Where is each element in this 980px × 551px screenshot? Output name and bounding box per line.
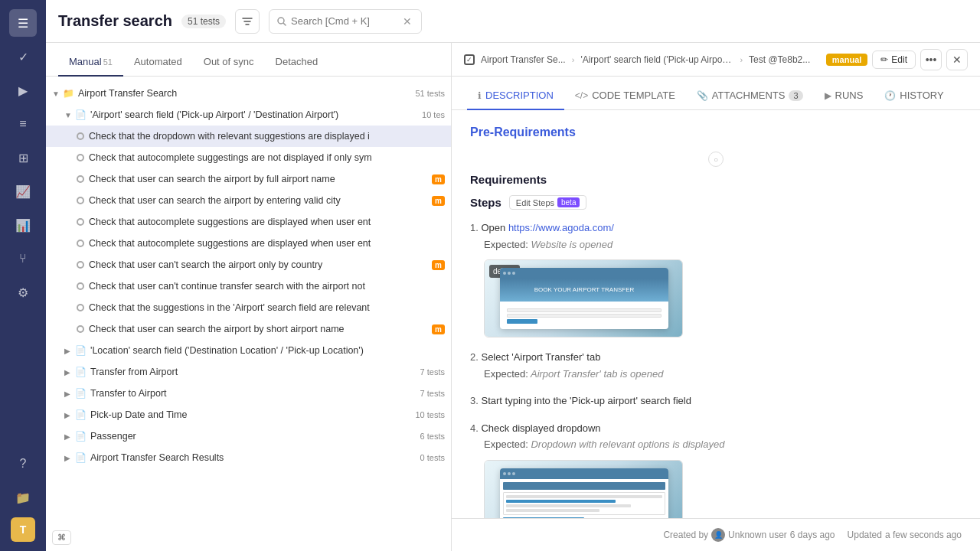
tree-group-airport-label: 'Airport' search field ('Pick-up Airport… <box>90 109 419 120</box>
mock-form <box>505 306 664 326</box>
list-item[interactable]: Check that user can search the airport b… <box>46 190 451 211</box>
beta-badge: beta <box>557 197 580 207</box>
tab-runs[interactable]: ▶ RUNS <box>814 82 874 110</box>
tree-group-to-airport[interactable]: ▶ 📄 Transfer to Airport 7 tests <box>46 383 451 404</box>
manual-tag: m <box>432 174 445 184</box>
folder-icon: 📁 <box>63 88 75 99</box>
edit-button[interactable]: ✏ Edit <box>872 51 916 69</box>
tab-code-label: CODE TEMPLATE <box>592 90 675 101</box>
expected-label-4: Expected: <box>484 439 528 450</box>
list-item[interactable]: Check that user can't search the airport… <box>46 254 451 276</box>
step-1-text: Open <box>481 222 508 233</box>
footer-updated-time: a few seconds ago <box>885 530 962 540</box>
tab-description[interactable]: ℹ DESCRIPTION <box>467 82 564 110</box>
tree-group-passenger[interactable]: ▶ 📄 Passenger 6 tests <box>46 425 451 447</box>
close-button[interactable]: ✕ <box>946 49 968 70</box>
tree-root[interactable]: ▼ 📁 Airport Transfer Search 51 tests <box>46 83 451 104</box>
circle-icon <box>77 154 84 161</box>
info-icon: ℹ <box>478 90 482 101</box>
chevron-down-icon: ▼ <box>52 90 63 98</box>
step-4-expected: Expected: Dropdown with relevant options… <box>470 437 962 452</box>
doc-icon: 📄 <box>75 431 87 442</box>
tree-group-from-airport-label: Transfer from Airport <box>90 367 417 377</box>
tab-automated[interactable]: Automated <box>123 48 193 77</box>
tree-test-label: Check that autocomplete suggestings are … <box>89 152 445 163</box>
tree-group-results-label: Airport Transfer Search Results <box>90 452 417 463</box>
left-panel: Manual51 Automated Out of sync Detached … <box>46 43 452 551</box>
tree-group-results[interactable]: ▶ 📄 Airport Transfer Search Results 0 te… <box>46 447 451 468</box>
tab-out-of-sync[interactable]: Out of sync <box>193 48 265 77</box>
circle-icon <box>77 175 84 183</box>
step-2: 2. Select 'Airport Transfer' tab Expecte… <box>470 350 962 381</box>
right-header-actions: manual ✏ Edit ••• ✕ <box>826 49 968 70</box>
help-icon[interactable]: ? <box>9 450 37 478</box>
circle-icon <box>77 325 84 333</box>
tab-code-template[interactable]: </> CODE TEMPLATE <box>564 82 686 110</box>
folder-icon[interactable]: 📁 <box>9 484 37 511</box>
tree-test-label: Check that user can search the airport b… <box>89 195 429 206</box>
step-4: 4. Check displayed dropdown Expected: Dr… <box>470 421 962 519</box>
list-item[interactable]: Check that user can search the airport b… <box>46 318 451 340</box>
list-item[interactable]: Check that autocomplete suggestions are … <box>46 211 451 233</box>
list-item[interactable]: Check that the suggestions in the 'Airpo… <box>46 297 451 318</box>
edit-steps-button[interactable]: Edit Steps beta <box>509 195 587 210</box>
list-item[interactable]: Check that autocomplete suggestings are … <box>46 147 451 168</box>
tree-group-pickup-date[interactable]: ▶ 📄 Pick-up Date and Time 10 tests <box>46 404 451 425</box>
search-close-icon[interactable]: ✕ <box>403 15 412 28</box>
dashboard-icon[interactable]: ⊞ <box>9 144 37 171</box>
manual-count: 51 <box>103 57 113 67</box>
settings-icon[interactable]: ⚙ <box>9 279 37 306</box>
tab-attachments-label: ATTACHMENTS <box>712 90 786 101</box>
attachment-count: 3 <box>789 90 802 101</box>
expected-label-2: Expected: <box>484 368 528 380</box>
hamburger-icon[interactable]: ☰ <box>9 9 37 37</box>
right-panel: Airport Transfer Se... › 'Airport' searc… <box>452 43 980 551</box>
play-icon[interactable]: ▶ <box>9 77 37 104</box>
tree-pickup-date-count: 10 tests <box>415 410 445 419</box>
test-checkbox[interactable] <box>464 54 475 65</box>
tree-group-from-airport[interactable]: ▶ 📄 Transfer from Airport 7 tests <box>46 361 451 383</box>
chevron-right-icon: ▶ <box>64 347 75 355</box>
tree-group-airport[interactable]: ▼ 📄 'Airport' search field ('Pick-up Air… <box>46 104 451 126</box>
edit-steps-label: Edit Steps <box>516 198 554 207</box>
right-header: Airport Transfer Se... › 'Airport' searc… <box>452 43 980 77</box>
tab-detached[interactable]: Detached <box>265 48 329 77</box>
mock-browser-2 <box>500 468 668 519</box>
tree-root-count: 51 tests <box>415 89 445 98</box>
step-1: 1. Open https://www.agoda.com/ Expected:… <box>470 220 962 337</box>
list-item[interactable]: Check that user can't continue transfer … <box>46 276 451 297</box>
screenshot-1-img: default BOOK YOUR AIRPORT TRANSFER <box>485 260 683 337</box>
main-area: Transfer search 51 tests ✕ Manual51 Auto… <box>46 0 980 551</box>
more-options-button[interactable]: ••• <box>920 49 942 70</box>
tree-root-label: Airport Transfer Search <box>78 88 412 99</box>
tree-group-pickup-date-label: Pick-up Date and Time <box>90 409 412 420</box>
screenshot-2-img <box>485 461 683 519</box>
runs-icon: ▶ <box>825 90 831 101</box>
chevron-right-icon: ▶ <box>64 432 75 441</box>
chevron-right-icon: ▶ <box>64 454 75 462</box>
tabs-bar: Manual51 Automated Out of sync Detached <box>46 43 451 77</box>
list-item[interactable]: Check that the dropdown with relevant su… <box>46 126 451 147</box>
circle-icon <box>77 218 84 226</box>
check-icon[interactable]: ✓ <box>9 43 37 70</box>
branch-icon[interactable]: ⑂ <box>9 245 37 272</box>
code-icon: </> <box>575 90 588 101</box>
tab-manual[interactable]: Manual51 <box>58 48 123 77</box>
list-icon[interactable]: ≡ <box>9 110 37 138</box>
filter-button[interactable] <box>235 9 260 34</box>
circle-icon <box>77 197 84 204</box>
tab-history[interactable]: 🕐 HISTORY <box>874 82 954 110</box>
graph-icon[interactable]: 📈 <box>9 178 37 205</box>
tree-group-airport-count: 10 tes <box>422 110 445 119</box>
list-item[interactable]: Check that autocomplete suggestions are … <box>46 233 451 254</box>
tree-group-passenger-label: Passenger <box>90 431 417 442</box>
circle-icon <box>77 282 84 290</box>
tree-passenger-count: 6 tests <box>420 432 445 441</box>
chart-icon[interactable]: 📊 <box>9 211 37 239</box>
step-1-link[interactable]: https://www.agoda.com/ <box>508 222 614 233</box>
step-4-num: 4. <box>470 422 481 434</box>
tab-attachments[interactable]: 📎 ATTACHMENTS 3 <box>686 82 814 110</box>
list-item[interactable]: Check that user can search the airport b… <box>46 168 451 190</box>
search-input[interactable] <box>291 15 398 27</box>
tree-group-location[interactable]: ▶ 📄 'Location' search field ('Destinatio… <box>46 340 451 361</box>
